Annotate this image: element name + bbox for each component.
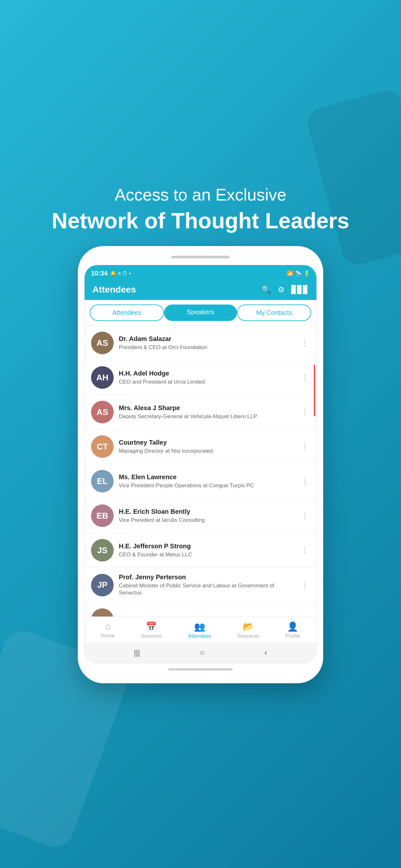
nav-home[interactable]: ⌂ Home <box>101 621 115 639</box>
tab-my-contacts[interactable]: My Contacts <box>237 305 311 321</box>
contact-info: Dr. Adam Salazar President & CEO at Orci… <box>119 335 295 351</box>
avatar: EL <box>91 470 114 492</box>
contact-name: Dr. Adam Salazar <box>119 335 295 343</box>
contact-item[interactable]: EB H.E. Erich Sloan Bently Vice Presiden… <box>85 499 316 533</box>
more-button[interactable]: ⋮ <box>300 511 310 520</box>
avatar: AH <box>91 366 114 389</box>
contact-role: Deputy Secretary-General at Vehicula Ali… <box>119 413 295 420</box>
contact-name: Ms. Elen Lawrence <box>119 473 295 481</box>
contact-item[interactable]: CT Courtney Talley Managing Director at … <box>85 430 316 464</box>
status-time: 10:34 <box>91 270 107 277</box>
avatar-initials: JP <box>91 574 114 596</box>
contact-item[interactable]: EL Ms. Elen Lawrence Vice President-Peop… <box>85 464 316 499</box>
avatar: JT <box>91 609 114 616</box>
contact-name: Prof. Jenny Perterson <box>119 574 295 581</box>
nav-requests-label: Requests <box>237 633 259 639</box>
contact-name: Mr. John T Shane <box>119 616 295 616</box>
scroll-indicator <box>314 365 315 416</box>
attendees-icon: 👥 <box>194 621 205 632</box>
avatar: JS <box>91 539 114 562</box>
nav-profile[interactable]: 👤 Profile <box>285 621 300 639</box>
contact-list: AS Dr. Adam Salazar President & CEO at O… <box>85 326 316 616</box>
tab-attendees[interactable]: Attendees <box>90 305 164 321</box>
avatar-initials: EB <box>91 504 114 527</box>
avatar-initials: JS <box>91 539 114 562</box>
battery-icon: 🔋 <box>304 270 310 276</box>
nav-sessions[interactable]: 📅 Sessions <box>141 621 162 639</box>
profile-icon: 👤 <box>287 621 298 632</box>
contact-info: H.E. Erich Sloan Bently Vice President a… <box>119 508 295 524</box>
avatar: JP <box>91 574 114 596</box>
nav-attendees-label: Attendees <box>188 633 211 639</box>
requests-icon: 📂 <box>243 621 254 632</box>
contact-name: H.H. Adel Hodge <box>119 370 295 377</box>
avatar: AS <box>91 401 114 423</box>
phone-screen: 10:34 🔔 ≡ 🗒 • 📶 📡 🔋 Attendees 🔍 ⚙ ▊▊▊ <box>84 265 317 663</box>
avatar: CT <box>91 435 114 458</box>
avatar-initials: AS <box>91 401 114 423</box>
tab-speakers[interactable]: Speakers <box>164 305 237 321</box>
system-nav: ||| ○ ‹ <box>85 642 316 663</box>
nav-home-label: Home <box>101 633 115 639</box>
nav-requests[interactable]: 📂 Requests <box>237 621 259 639</box>
app-title: Attendees <box>92 284 136 295</box>
contact-info: H.H. Adel Hodge CEO and President at Urn… <box>119 370 295 385</box>
avatar: AS <box>91 332 114 354</box>
audio-icon[interactable]: ▊▊▊ <box>291 285 309 294</box>
tab-bar: Attendees Speakers My Contacts <box>85 300 316 326</box>
status-bar: 10:34 🔔 ≡ 🗒 • 📶 📡 🔋 <box>85 265 316 281</box>
more-button[interactable]: ⋮ <box>300 373 310 382</box>
status-left: 10:34 🔔 ≡ 🗒 • <box>91 270 131 277</box>
contact-role: Cabinet Minister of Public Service and L… <box>119 582 295 596</box>
sessions-icon: 📅 <box>146 621 157 632</box>
contact-item[interactable]: JP Prof. Jenny Perterson Cabinet Ministe… <box>85 568 316 602</box>
app-header: Attendees 🔍 ⚙ ▊▊▊ <box>85 281 316 300</box>
avatar-initials: JT <box>91 609 114 616</box>
contact-info: H.E. Jefferson P Strong CEO & Founder at… <box>119 542 295 558</box>
contact-item[interactable]: JS H.E. Jefferson P Strong CEO & Founder… <box>85 533 316 568</box>
contact-item[interactable]: AS Dr. Adam Salazar President & CEO at O… <box>85 326 316 361</box>
contact-role: CEO & Founder at Metus LLC <box>119 551 295 558</box>
contact-item[interactable]: AS Mrs. Alexa J Sharpe Deputy Secretary-… <box>85 395 316 430</box>
more-button[interactable]: ⋮ <box>300 615 310 616</box>
status-icons-left: 🔔 ≡ 🗒 • <box>110 270 131 276</box>
headline: Access to an Exclusive Network of Though… <box>32 185 369 234</box>
contact-item[interactable]: JT Mr. John T Shane ⋮ <box>85 602 316 616</box>
more-button[interactable]: ⋮ <box>300 476 310 486</box>
contact-info: Courtney Talley Managing Director at Nis… <box>119 439 295 455</box>
avatar: EB <box>91 504 114 527</box>
filter-icon[interactable]: ⚙ <box>278 285 285 294</box>
contact-role: Managing Director at Nisi Incorporated <box>119 447 295 455</box>
home-btn[interactable]: ○ <box>200 648 205 657</box>
headline-title: Network of Thought Leaders <box>52 208 349 233</box>
recents-btn[interactable]: ‹ <box>265 648 267 657</box>
more-button[interactable]: ⋮ <box>300 546 310 555</box>
contact-info: Mrs. Alexa J Sharpe Deputy Secretary-Gen… <box>119 404 295 420</box>
more-button[interactable]: ⋮ <box>300 407 310 416</box>
more-button[interactable]: ⋮ <box>300 442 310 451</box>
bottom-nav: ⌂ Home 📅 Sessions 👥 Attendees 📂 Requests… <box>85 616 316 642</box>
search-icon[interactable]: 🔍 <box>261 285 271 294</box>
contact-name: Courtney Talley <box>119 439 295 446</box>
more-button[interactable]: ⋮ <box>300 581 310 590</box>
home-icon: ⌂ <box>105 621 111 631</box>
avatar-initials: EL <box>91 470 114 492</box>
nav-sessions-label: Sessions <box>141 633 162 639</box>
headline-subtitle: Access to an Exclusive <box>52 185 349 205</box>
contact-role: CEO and President at Urna Limited <box>119 378 295 385</box>
header-actions: 🔍 ⚙ ▊▊▊ <box>261 285 309 294</box>
more-button[interactable]: ⋮ <box>300 338 310 347</box>
avatar-initials: CT <box>91 435 114 458</box>
contact-info: Ms. Elen Lawrence Vice President-People … <box>119 473 295 489</box>
wifi-icon: 📶 <box>287 270 293 276</box>
nav-attendees[interactable]: 👥 Attendees <box>188 621 211 639</box>
contact-role: Vice President at Iaculis Consulting <box>119 517 295 524</box>
contact-item[interactable]: AH H.H. Adel Hodge CEO and President at … <box>85 361 316 395</box>
phone-home-bar <box>168 669 233 671</box>
phone-frame: 10:34 🔔 ≡ 🗒 • 📶 📡 🔋 Attendees 🔍 ⚙ ▊▊▊ <box>78 246 323 683</box>
contact-name: H.E. Erich Sloan Bently <box>119 508 295 516</box>
contact-role: Vice President-People Operations at Cong… <box>119 482 295 489</box>
contact-name: Mrs. Alexa J Sharpe <box>119 404 295 412</box>
avatar-initials: AH <box>91 366 114 389</box>
back-btn[interactable]: ||| <box>134 648 140 657</box>
